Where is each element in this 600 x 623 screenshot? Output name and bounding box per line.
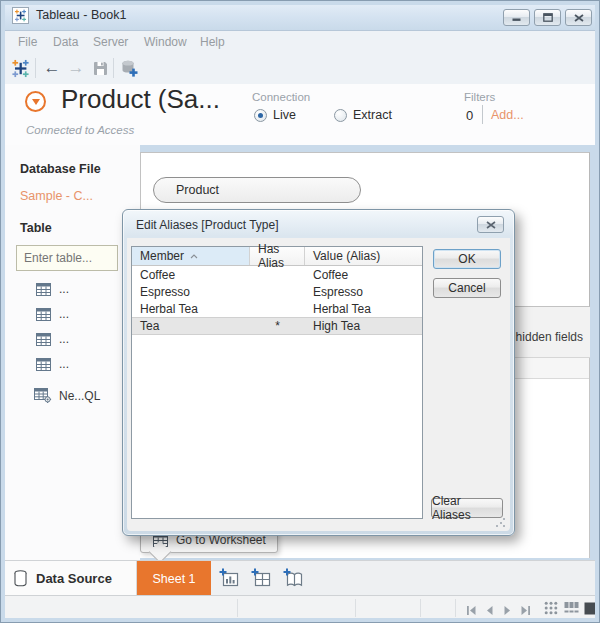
column-header-has-alias[interactable]: Has Alias bbox=[250, 247, 305, 265]
window-title: Tableau - Book1 bbox=[36, 8, 126, 22]
has-alias-header-label: Has Alias bbox=[258, 242, 304, 270]
save-icon bbox=[93, 61, 108, 76]
alias-row[interactable]: Herbal Tea Herbal Tea bbox=[132, 300, 422, 317]
connection-label: Connection bbox=[252, 91, 310, 103]
table-item-label: ... bbox=[59, 332, 69, 346]
menu-window[interactable]: Window bbox=[144, 35, 187, 49]
database-file-link[interactable]: Sample - C... bbox=[20, 189, 93, 203]
value-cell[interactable]: Coffee bbox=[305, 268, 422, 282]
close-icon bbox=[486, 221, 496, 229]
alias-row-selected[interactable]: Tea * High Tea bbox=[132, 317, 422, 335]
table-pill[interactable]: Product bbox=[153, 177, 361, 203]
extract-radio[interactable]: Extract bbox=[334, 108, 392, 122]
title-bar[interactable]: Tableau - Book1 bbox=[0, 0, 600, 31]
tab-sheet-1[interactable]: Sheet 1 bbox=[137, 561, 211, 596]
status-separator bbox=[455, 599, 456, 617]
table-list-item[interactable]: ... bbox=[36, 282, 69, 296]
show-filmstrip-button[interactable] bbox=[564, 601, 579, 619]
add-filter-link[interactable]: Add... bbox=[491, 108, 524, 122]
menu-data[interactable]: Data bbox=[53, 35, 78, 49]
live-radio[interactable]: Live bbox=[254, 108, 296, 122]
tab-data-source[interactable]: Data Source bbox=[4, 561, 137, 596]
datasource-title: Product (Sa... bbox=[61, 84, 220, 115]
table-list-item[interactable]: ... bbox=[36, 357, 69, 371]
close-icon bbox=[574, 14, 584, 22]
table-icon bbox=[36, 283, 51, 296]
status-separator bbox=[237, 599, 238, 617]
new-dashboard-button[interactable] bbox=[249, 566, 274, 591]
tableau-logo-icon bbox=[11, 59, 30, 78]
new-story-button[interactable] bbox=[281, 566, 306, 591]
new-data-source-button[interactable] bbox=[117, 56, 141, 80]
previous-icon bbox=[484, 605, 495, 616]
alias-list-header: Member Has Alias Value (Alias) bbox=[132, 247, 422, 266]
database-file-heading: Database File bbox=[20, 162, 101, 176]
previous-sheet-button[interactable] bbox=[484, 602, 495, 620]
filmstrip-view-icon bbox=[564, 601, 579, 615]
new-worksheet-button[interactable] bbox=[217, 566, 242, 591]
sheet-tabs-bar: Data Source Sheet 1 bbox=[4, 560, 596, 595]
member-cell: Herbal Tea bbox=[132, 302, 250, 316]
datasource-dropdown-button[interactable] bbox=[25, 91, 46, 112]
column-header-member[interactable]: Member bbox=[132, 247, 250, 265]
last-icon bbox=[520, 605, 531, 616]
menu-help[interactable]: Help bbox=[200, 35, 225, 49]
new-custom-sql-icon bbox=[34, 388, 52, 403]
table-item-label: ... bbox=[59, 357, 69, 371]
live-radio-label: Live bbox=[273, 108, 296, 122]
undo-button[interactable]: ← bbox=[40, 56, 64, 80]
save-button[interactable] bbox=[88, 56, 112, 80]
table-icon bbox=[36, 333, 51, 346]
member-cell: Espresso bbox=[132, 285, 250, 299]
new-dashboard-icon bbox=[251, 568, 273, 590]
dialog-title: Edit Aliases [Product Type] bbox=[136, 218, 279, 232]
status-separator bbox=[355, 599, 356, 617]
table-search-input[interactable] bbox=[16, 245, 118, 271]
show-sheet-sorter-button[interactable] bbox=[544, 601, 558, 619]
ok-button[interactable]: OK bbox=[433, 249, 501, 269]
add-data-source-icon bbox=[121, 60, 138, 77]
clear-aliases-button[interactable]: Clear Aliases bbox=[431, 498, 503, 518]
table-list-item[interactable]: ... bbox=[36, 332, 69, 346]
data-source-tab-label: Data Source bbox=[36, 571, 112, 586]
alias-row[interactable]: Espresso Espresso bbox=[132, 283, 422, 300]
value-cell[interactable]: Espresso bbox=[305, 285, 422, 299]
resize-grip[interactable] bbox=[495, 517, 506, 528]
last-sheet-button[interactable] bbox=[520, 602, 531, 620]
filters-count: 0 bbox=[466, 108, 473, 123]
menu-server[interactable]: Server bbox=[93, 35, 128, 49]
new-custom-sql-label: Ne...QL bbox=[59, 389, 100, 403]
column-header-value[interactable]: Value (Alias) bbox=[305, 247, 422, 265]
maximize-icon bbox=[543, 13, 553, 22]
forward-arrow-icon: → bbox=[68, 58, 85, 78]
full-view-icon bbox=[584, 602, 597, 615]
window-minimize-button[interactable] bbox=[503, 9, 530, 26]
window-maximize-button[interactable] bbox=[534, 9, 561, 26]
database-icon bbox=[14, 570, 27, 587]
toolbar-separator bbox=[35, 58, 36, 78]
table-item-label: ... bbox=[59, 282, 69, 296]
toolbar-separator bbox=[113, 58, 114, 78]
next-sheet-button[interactable] bbox=[502, 602, 513, 620]
first-sheet-button[interactable] bbox=[466, 602, 477, 620]
menu-file[interactable]: File bbox=[18, 35, 37, 49]
cancel-button[interactable]: Cancel bbox=[433, 278, 501, 298]
has-alias-cell: * bbox=[250, 319, 305, 333]
alias-list: Member Has Alias Value (Alias) Coffee Co… bbox=[131, 246, 423, 519]
value-cell[interactable]: High Tea bbox=[305, 319, 422, 333]
edit-aliases-dialog: Edit Aliases [Product Type] Member Has A… bbox=[122, 209, 515, 536]
table-list-item[interactable]: ... bbox=[36, 307, 69, 321]
dialog-close-button[interactable] bbox=[477, 216, 504, 233]
radio-unselected-icon bbox=[334, 109, 347, 122]
value-cell[interactable]: Herbal Tea bbox=[305, 302, 422, 316]
redo-button[interactable]: → bbox=[64, 56, 88, 80]
show-tabs-button[interactable] bbox=[584, 601, 597, 619]
minimize-icon bbox=[512, 13, 521, 22]
member-header-label: Member bbox=[140, 249, 184, 263]
tableau-window: Tableau - Book1 File Data Server Window … bbox=[0, 0, 600, 623]
tableau-logo-icon bbox=[14, 9, 27, 22]
tableau-home-button[interactable] bbox=[8, 56, 32, 80]
new-custom-sql-item[interactable]: Ne...QL bbox=[34, 388, 100, 403]
window-close-button[interactable] bbox=[565, 9, 592, 26]
datasource-header: Product (Sa... Connection Live Extract F… bbox=[4, 84, 596, 145]
